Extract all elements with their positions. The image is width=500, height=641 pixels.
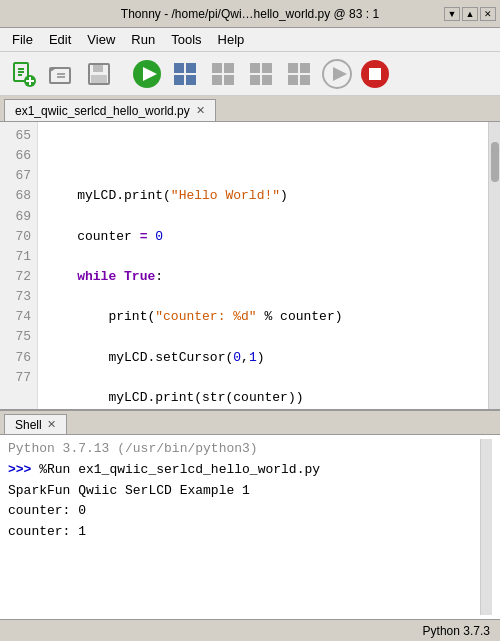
open-icon: [47, 60, 75, 88]
menu-edit[interactable]: Edit: [41, 30, 79, 49]
menu-view[interactable]: View: [79, 30, 123, 49]
shell-gray-line: Python 3.7.13 (/usr/bin/python3): [8, 439, 480, 460]
window-controls[interactable]: ▼ ▲ ✕: [444, 7, 496, 21]
code-area[interactable]: myLCD.print("Hello World!") counter = 0 …: [38, 122, 488, 409]
menu-bar: File Edit View Run Tools Help: [0, 28, 500, 52]
svg-rect-19: [212, 63, 222, 73]
svg-rect-22: [224, 75, 234, 85]
shell-tab-bar: Shell ✕: [0, 411, 500, 435]
svg-rect-17: [174, 75, 184, 85]
tab-label: ex1_qwiic_serlcd_hello_world.py: [15, 104, 190, 118]
svg-rect-34: [369, 68, 381, 80]
svg-rect-18: [186, 75, 196, 85]
shell-panel: Shell ✕ Python 3.7.13 (/usr/bin/python3)…: [0, 409, 500, 619]
step-into-button[interactable]: [244, 57, 278, 91]
svg-rect-24: [262, 63, 272, 73]
status-bar: Python 3.7.3: [0, 619, 500, 641]
step-over-button[interactable]: [206, 57, 240, 91]
code-line: print("counter: %d" % counter): [46, 307, 480, 327]
svg-rect-11: [93, 64, 103, 72]
svg-rect-21: [212, 75, 222, 85]
code-line: myLCD.print("Hello World!"): [46, 186, 480, 206]
title-bar: Thonny - /home/pi/Qwi…hello_world.py @ 8…: [0, 0, 500, 28]
step-into-icon: [247, 60, 275, 88]
svg-rect-27: [288, 63, 298, 73]
save-icon: [85, 60, 113, 88]
step-over-icon: [209, 60, 237, 88]
svg-rect-12: [91, 75, 107, 83]
svg-rect-15: [174, 63, 184, 73]
debug-button[interactable]: [168, 57, 202, 91]
debug-icon: [171, 60, 199, 88]
python-version: Python 3.7.3: [423, 624, 490, 638]
code-line: while True:: [46, 267, 480, 287]
code-line: myLCD.setCursor(0,1): [46, 348, 480, 368]
menu-tools[interactable]: Tools: [163, 30, 209, 49]
resume-icon: [321, 58, 353, 90]
minimize-button[interactable]: ▼: [444, 7, 460, 21]
svg-rect-16: [186, 63, 196, 73]
menu-file[interactable]: File: [4, 30, 41, 49]
maximize-button[interactable]: ▲: [462, 7, 478, 21]
shell-output-4: counter: 0: [8, 501, 480, 522]
run-icon: [131, 58, 163, 90]
shell-prompt: >>>: [8, 462, 31, 477]
svg-rect-28: [300, 63, 310, 73]
new-button[interactable]: [6, 57, 40, 91]
svg-rect-25: [250, 75, 260, 85]
shell-text: Python 3.7.13 (/usr/bin/python3) >>> %Ru…: [8, 439, 480, 615]
stop-button[interactable]: [358, 57, 392, 91]
shell-command: %Run ex1_qwiic_serlcd_hello_world.py: [31, 462, 320, 477]
svg-rect-26: [262, 75, 272, 85]
menu-help[interactable]: Help: [210, 30, 253, 49]
svg-marker-32: [333, 67, 347, 81]
code-line: [46, 146, 480, 166]
menu-run[interactable]: Run: [123, 30, 163, 49]
shell-scrollbar[interactable]: [480, 439, 492, 615]
code-line: counter = 0: [46, 227, 480, 247]
shell-output-2: SparkFun Qwiic SerLCD Example 1: [8, 481, 480, 502]
shell-input-line: >>> %Run ex1_qwiic_serlcd_hello_world.py: [8, 460, 480, 481]
step-out-button[interactable]: [282, 57, 316, 91]
editor: 65 66 67 68 69 70 71 72 73 74 75 76 77 m…: [0, 122, 500, 409]
code-line: myLCD.print(str(counter)): [46, 388, 480, 408]
shell-tab[interactable]: Shell ✕: [4, 414, 67, 434]
shell-tab-close[interactable]: ✕: [47, 418, 56, 431]
svg-rect-30: [300, 75, 310, 85]
tab-bar: ex1_qwiic_serlcd_hello_world.py ✕: [0, 96, 500, 122]
shell-tab-label: Shell: [15, 418, 42, 432]
svg-rect-29: [288, 75, 298, 85]
save-button[interactable]: [82, 57, 116, 91]
new-icon: [9, 60, 37, 88]
shell-output-5: counter: 1: [8, 522, 480, 543]
window-title: Thonny - /home/pi/Qwi…hello_world.py @ 8…: [121, 7, 379, 21]
line-numbers: 65 66 67 68 69 70 71 72 73 74 75 76 77: [0, 122, 38, 409]
step-out-icon: [285, 60, 313, 88]
open-button[interactable]: [44, 57, 78, 91]
editor-tab[interactable]: ex1_qwiic_serlcd_hello_world.py ✕: [4, 99, 216, 121]
editor-scrollbar[interactable]: [488, 122, 500, 409]
close-button[interactable]: ✕: [480, 7, 496, 21]
scroll-thumb[interactable]: [491, 142, 499, 182]
toolbar: [0, 52, 500, 96]
svg-rect-20: [224, 63, 234, 73]
resume-button[interactable]: [320, 57, 354, 91]
run-button[interactable]: [130, 57, 164, 91]
svg-rect-23: [250, 63, 260, 73]
stop-icon: [359, 58, 391, 90]
shell-content[interactable]: Python 3.7.13 (/usr/bin/python3) >>> %Ru…: [0, 435, 500, 619]
tab-close-button[interactable]: ✕: [196, 105, 205, 116]
